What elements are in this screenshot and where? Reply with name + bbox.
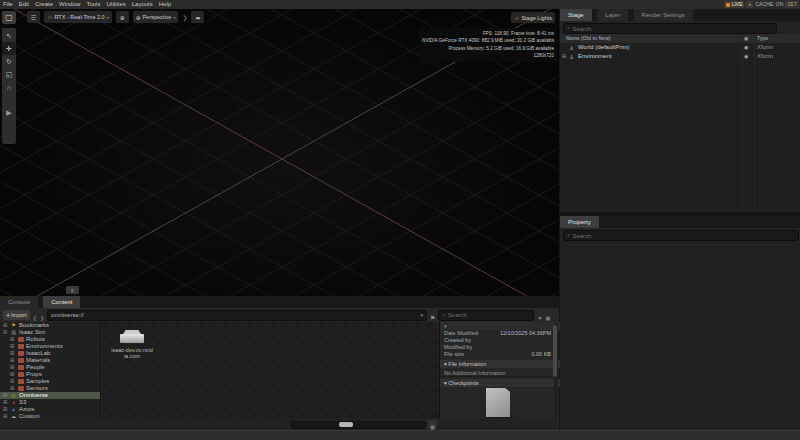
tree-item-people[interactable]: ⊞People [0, 364, 100, 371]
menu-layouts[interactable]: Layouts [129, 0, 156, 9]
menu-help[interactable]: Help [156, 0, 174, 9]
play-tool-button[interactable]: ▶ [2, 106, 16, 119]
settings-label[interactable]: SET [785, 1, 799, 8]
stage-search-input[interactable]: Search [563, 23, 777, 34]
tree-item-label: Robots [26, 336, 45, 343]
expander-icon[interactable]: ⊟ [2, 329, 8, 336]
camera-settings-button[interactable] [116, 11, 129, 23]
column-name-label[interactable]: Name (Old to New) [566, 34, 610, 43]
thumbnail-size-slider[interactable] [290, 421, 426, 429]
viewport-menu-button[interactable] [27, 11, 40, 23]
camera-dropdown[interactable]: Perspective ▾ [133, 11, 179, 23]
tree-item-sensors[interactable]: ⊞Sensors [0, 385, 100, 392]
content-search-input[interactable]: Search [438, 310, 534, 321]
tree-item-environments[interactable]: ⊞Environments [0, 343, 100, 350]
checkpoint-file-icon[interactable] [486, 388, 510, 417]
tab-property[interactable]: Property [560, 216, 599, 228]
prim-type: Xform [757, 52, 773, 61]
import-button[interactable]: Import [3, 310, 30, 320]
magnet-icon: ∩ [6, 84, 11, 91]
visibility-eye-icon[interactable]: ◉ [744, 52, 748, 61]
tree-item-label: Isaac Sim [19, 329, 45, 336]
detail-field-label: File size [444, 351, 464, 358]
expander-icon[interactable]: ⊞ [2, 322, 8, 329]
tree-item-materials[interactable]: ⊞Materials [0, 357, 100, 364]
scale-tool-button[interactable]: ◱ [2, 68, 16, 81]
stage-lights-label: Stage Lights [521, 15, 552, 21]
details-collapse-row[interactable]: ▾ [440, 322, 560, 330]
column-type-label[interactable]: Type [757, 34, 768, 43]
cursor-icon: ↖ [6, 32, 12, 40]
renderer-dropdown[interactable]: ☼ RTX - Real-Time 2.0 ▾ [44, 11, 112, 23]
scrollbar-thumb[interactable] [553, 325, 557, 377]
file-grid[interactable]: isaac-dev.ov.nvidia.com [102, 322, 438, 418]
stage-lights-button[interactable]: ☼ Stage Lights [511, 12, 555, 23]
tab-stage[interactable]: Stage [560, 9, 592, 21]
folder-icon [18, 372, 24, 377]
viewport-log-button[interactable]: ≡ [66, 286, 79, 294]
expander-icon[interactable]: ⊞ [9, 336, 15, 343]
expander-icon[interactable]: ⊞ [9, 385, 15, 392]
expander-icon[interactable]: ⊞ [2, 392, 8, 399]
expander-icon[interactable]: ⊞ [9, 364, 15, 371]
expander-icon[interactable]: ⊞ [2, 399, 8, 406]
tree-item-props[interactable]: ⊞Props [0, 371, 100, 378]
menu-utilities[interactable]: Utilities [103, 0, 128, 9]
stage-row[interactable]: ⊞YEnvironment◉Xform [560, 52, 800, 61]
tree-item-label: Sensors [26, 385, 48, 392]
tree-item-s3[interactable]: ⊞●S3 [0, 399, 100, 406]
tree-item-azure[interactable]: ⊞▲Azure [0, 406, 100, 413]
selection-mode-button[interactable]: ▢ [2, 11, 16, 24]
checkpoints-header[interactable]: ▾ Checkpoints [440, 379, 560, 387]
viewport-3d[interactable]: ☼ RTX - Real-Time 2.0 ▾ Perspective ▾ ❯ … [0, 9, 559, 296]
menu-window[interactable]: Window [56, 0, 83, 9]
aspect-ratio-button[interactable] [191, 11, 204, 23]
stage-row[interactable]: YWorld (defaultPrim)◉Xform [560, 43, 800, 52]
move-tool-button[interactable]: ✛ [2, 42, 16, 55]
stage-tree[interactable]: YWorld (defaultPrim)◉Xform⊞YEnvironment◉… [560, 43, 800, 212]
tree-item-label: Azure [19, 406, 35, 413]
slider-thumb[interactable] [339, 422, 353, 427]
status-bar [0, 430, 800, 440]
cache-status[interactable]: CACHE: ON [755, 0, 783, 9]
expander-icon[interactable]: ⊞ [9, 371, 15, 378]
tab-content[interactable]: Content [43, 296, 80, 308]
expander-icon[interactable]: ⊞ [2, 406, 8, 413]
tree-item-isaac-sim[interactable]: ⊟▤Isaac Sim [0, 329, 100, 336]
grid-line [0, 247, 559, 297]
snap-tool-button[interactable]: ∩ [2, 81, 16, 94]
rotate-tool-button[interactable]: ↻ [2, 55, 16, 68]
perspective-camera-icon [136, 14, 141, 21]
menu-tools[interactable]: Tools [83, 0, 103, 9]
tree-item-samples[interactable]: ⊞Samples [0, 378, 100, 385]
menu-file[interactable]: File [0, 0, 16, 9]
scale-icon: ◱ [6, 71, 13, 79]
tree-item-robots[interactable]: ⊞Robots [0, 336, 100, 343]
property-search-input[interactable]: Search [563, 230, 799, 241]
menu-create[interactable]: Create [32, 0, 56, 9]
expander-icon[interactable]: ⊞ [9, 378, 15, 385]
menu-edit[interactable]: Edit [16, 0, 32, 9]
file-item[interactable]: isaac-dev.ov.nvidia.com [104, 326, 160, 359]
tree-item-bookmarks[interactable]: ⊞⚑Bookmarks [0, 322, 100, 329]
tab-layer[interactable]: Layer [597, 9, 628, 21]
details-scrollbar[interactable] [554, 323, 558, 417]
tree-item-omniverse[interactable]: ⊞◎Omniverse [0, 392, 100, 399]
expander-icon[interactable]: ⊞ [9, 350, 15, 357]
visibility-eye-icon[interactable]: ◉ [744, 43, 748, 52]
tree-item-isaaclab[interactable]: ⊞IsaacLab [0, 350, 100, 357]
select-tool-button[interactable]: ↖ [2, 29, 16, 42]
expander-icon[interactable]: ⊞ [9, 343, 15, 350]
detail-field-row: Date Modified12/10/2025 04:36PM [440, 330, 560, 337]
live-dropdown-caret-icon[interactable]: ▾ [746, 1, 753, 8]
live-sync-button[interactable]: LIVE [724, 1, 745, 8]
file-information-header[interactable]: ▾ File Information [440, 360, 560, 368]
address-dropdown-icon[interactable] [421, 312, 424, 318]
address-bar[interactable]: omniverse:// [47, 310, 427, 321]
tab-render-settings[interactable]: Render Settings [634, 9, 693, 21]
content-tree[interactable]: ⊞⚑Bookmarks⊟▤Isaac Sim⊞Robots⊞Environmen… [0, 322, 101, 418]
visibility-column-icon[interactable]: ◉ [744, 34, 748, 43]
grid-view-button[interactable] [428, 420, 437, 428]
expander-icon[interactable]: ⊞ [562, 52, 566, 61]
expander-icon[interactable]: ⊞ [9, 357, 15, 364]
